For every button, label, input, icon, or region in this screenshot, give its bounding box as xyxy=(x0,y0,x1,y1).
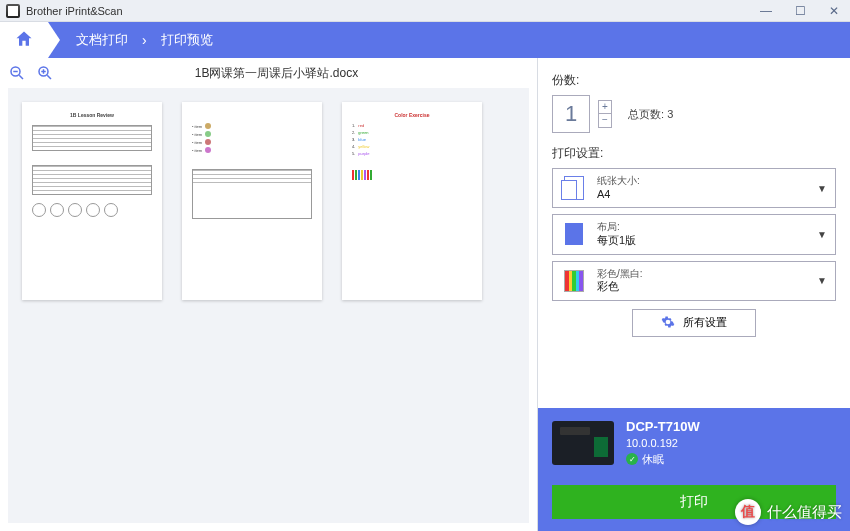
window-close-button[interactable]: ✕ xyxy=(824,4,844,18)
color-setting[interactable]: 彩色/黑白: 彩色 ▼ xyxy=(552,261,836,301)
layout-label: 布局: xyxy=(597,221,636,234)
settings-pane: 份数: 1 + − 总页数: 3 打印设置: 纸张大小: A4 ▼ xyxy=(538,58,850,531)
gear-icon xyxy=(661,315,675,331)
all-settings-button[interactable]: 所有设置 xyxy=(632,309,756,337)
copies-input[interactable]: 1 xyxy=(552,95,590,133)
paper-size-setting[interactable]: 纸张大小: A4 ▼ xyxy=(552,168,836,208)
zoom-in-icon[interactable] xyxy=(36,64,54,82)
breadcrumb-item-1[interactable]: 文档打印 xyxy=(76,31,128,49)
paper-size-value: A4 xyxy=(597,188,640,202)
chevron-down-icon: ▼ xyxy=(817,229,827,240)
layout-icon xyxy=(565,223,583,245)
app-icon xyxy=(6,4,20,18)
printer-model: DCP-T710W xyxy=(626,418,700,436)
printer-ip: 10.0.0.192 xyxy=(626,436,700,451)
page-thumbnail[interactable]: 1B Lesson Review xyxy=(22,102,162,300)
paper-icon xyxy=(564,176,584,200)
copies-label: 份数: xyxy=(552,72,836,89)
window-titlebar: Brother iPrint&Scan — ☐ ✕ xyxy=(0,0,850,22)
breadcrumb-bar: 文档打印 › 打印预览 xyxy=(0,22,850,58)
print-settings-label: 打印设置: xyxy=(552,145,836,162)
home-icon xyxy=(14,29,34,52)
window-maximize-button[interactable]: ☐ xyxy=(790,4,810,18)
all-settings-label: 所有设置 xyxy=(683,315,727,330)
window-title: Brother iPrint&Scan xyxy=(26,5,123,17)
zoom-out-icon[interactable] xyxy=(8,64,26,82)
printer-icon xyxy=(552,421,614,465)
page-thumbnail[interactable]: Color Exercise 1.red 2.green 3.blue 4.ye… xyxy=(342,102,482,300)
preview-pane: 1B网课第一周课后小驿站.docx 1B Lesson Review • ite… xyxy=(0,58,538,531)
color-value: 彩色 xyxy=(597,280,643,294)
page-thumbnails[interactable]: 1B Lesson Review • item • item • item • … xyxy=(8,88,529,523)
printer-panel[interactable]: DCP-T710W 10.0.0.192 ✓ 休眠 xyxy=(538,408,850,477)
status-ok-icon: ✓ xyxy=(626,453,638,465)
svg-line-4 xyxy=(47,75,51,79)
chevron-right-icon: › xyxy=(142,32,147,48)
home-button[interactable] xyxy=(0,22,48,58)
copies-decrement-button[interactable]: − xyxy=(598,114,612,128)
layout-value: 每页1版 xyxy=(597,234,636,248)
svg-line-1 xyxy=(19,75,23,79)
document-filename: 1B网课第一周课后小驿站.docx xyxy=(64,65,529,82)
print-button[interactable]: 打印 xyxy=(552,485,836,519)
window-minimize-button[interactable]: — xyxy=(756,4,776,18)
copies-increment-button[interactable]: + xyxy=(598,100,612,114)
chevron-down-icon: ▼ xyxy=(817,183,827,194)
layout-setting[interactable]: 布局: 每页1版 ▼ xyxy=(552,214,836,254)
chevron-down-icon: ▼ xyxy=(817,275,827,286)
total-pages-label: 总页数: 3 xyxy=(628,107,673,122)
breadcrumb-item-2: 打印预览 xyxy=(161,31,213,49)
color-icon xyxy=(564,270,584,292)
page-thumbnail[interactable]: • item • item • item • item xyxy=(182,102,322,300)
color-label: 彩色/黑白: xyxy=(597,268,643,281)
paper-size-label: 纸张大小: xyxy=(597,175,640,188)
printer-status: 休眠 xyxy=(642,452,664,467)
